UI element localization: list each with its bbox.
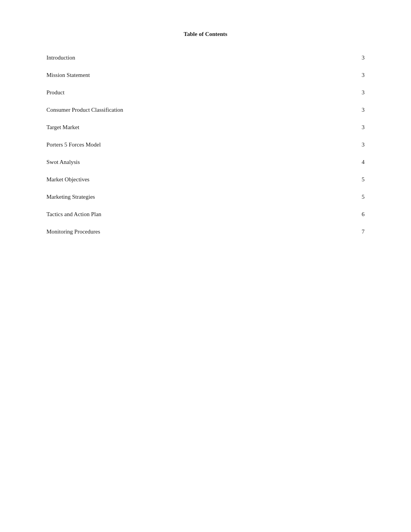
toc-row: Porters 5 Forces Model3 [46,136,365,153]
toc-item-label: Consumer Product Classification [46,107,123,113]
toc-item-label: Tactics and Action Plan [46,211,101,218]
toc-item-label: Mission Statement [46,72,90,78]
toc-item-label: Swot Analysis [46,159,80,165]
toc-item-page: 3 [357,124,365,131]
toc-item-label: Monitoring Procedures [46,228,100,235]
toc-row: Introduction3 [46,49,365,66]
toc-row: Consumer Product Classification3 [46,101,365,119]
toc-item-page: 4 [357,159,365,165]
toc-item-page: 3 [357,142,365,148]
toc-item-label: Target Market [46,124,79,131]
toc-list: Introduction3Mission Statement3Product3C… [46,49,365,240]
toc-row: Target Market3 [46,119,365,136]
toc-item-page: 3 [357,55,365,61]
toc-item-page: 3 [357,89,365,96]
toc-item-label: Product [46,89,65,96]
toc-item-label: Marketing Strategies [46,194,95,200]
toc-row: Marketing Strategies5 [46,188,365,206]
toc-row: Market Objectives5 [46,171,365,188]
toc-row: Product3 [46,84,365,101]
toc-item-page: 5 [357,194,365,200]
toc-title: Table of Contents [46,31,365,38]
toc-item-page: 3 [357,107,365,113]
toc-item-page: 6 [357,211,365,218]
toc-item-label: Introduction [46,55,75,61]
toc-row: Monitoring Procedures7 [46,223,365,240]
toc-item-page: 7 [357,228,365,235]
toc-row: Mission Statement3 [46,66,365,84]
toc-row: Swot Analysis4 [46,153,365,171]
page-container: Table of Contents Introduction3Mission S… [0,0,411,532]
toc-row: Tactics and Action Plan6 [46,206,365,223]
toc-item-label: Porters 5 Forces Model [46,142,101,148]
toc-item-page: 5 [357,176,365,183]
toc-item-label: Market Objectives [46,176,89,183]
toc-item-page: 3 [357,72,365,78]
